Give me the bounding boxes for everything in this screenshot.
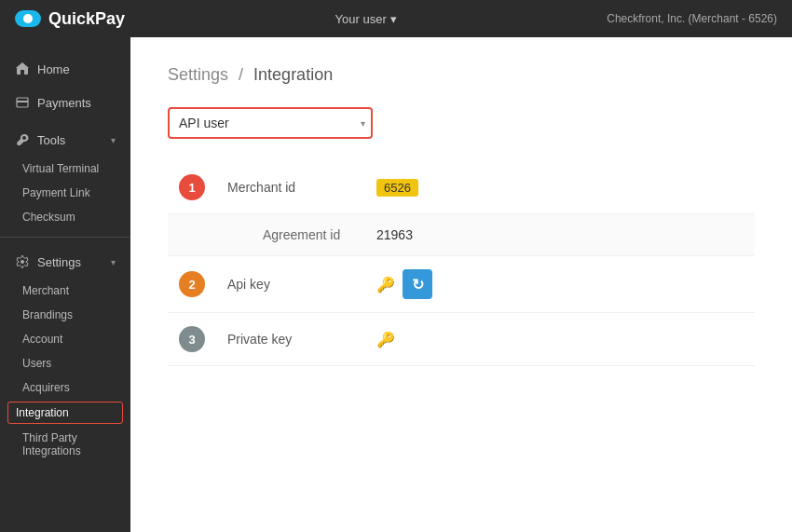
- settings-icon: [15, 254, 30, 269]
- private-key-value: 🔑: [365, 313, 668, 366]
- sidebar-sub-third-party[interactable]: Third Party Integrations: [0, 426, 130, 463]
- brand-name: QuickPay: [48, 9, 125, 29]
- refresh-icon: ↻: [412, 276, 424, 293]
- key-icon: 🔑: [376, 276, 395, 293]
- sidebar-tools-label: Tools: [37, 133, 65, 147]
- sidebar-item-settings[interactable]: Settings ▾: [0, 245, 130, 279]
- sidebar-settings-label: Settings: [37, 255, 81, 269]
- breadcrumb-parent: Settings: [168, 65, 228, 84]
- user-menu[interactable]: Your user ▾: [335, 12, 397, 26]
- breadcrumb-current: Integration: [253, 65, 333, 84]
- breadcrumb-separator: /: [239, 65, 243, 84]
- sidebar-item-payments[interactable]: Payments: [0, 86, 130, 119]
- sidebar: Home Payments Tools ▾ Virtual Terminal P…: [0, 37, 130, 532]
- agreement-id-label: Agreement id: [216, 214, 365, 256]
- private-key-icon: 🔑: [376, 332, 395, 348]
- home-icon: [15, 61, 30, 76]
- sidebar-sub-integration[interactable]: Integration: [7, 402, 123, 424]
- merchant-label: Checkfront, Inc. (Merchant - 6526): [607, 12, 777, 25]
- integration-table: 1 Merchant id 6526 Agreement id 21963: [168, 161, 755, 366]
- svg-marker-1: [16, 62, 29, 68]
- row-number-1: 1: [179, 174, 205, 200]
- table-row: 2 Api key 🔑 ↻: [168, 256, 755, 313]
- chevron-down-icon: ▾: [390, 12, 397, 26]
- table-row: Agreement id 21963: [168, 214, 755, 256]
- sidebar-item-tools[interactable]: Tools ▾: [0, 123, 130, 157]
- tools-chevron-icon: ▾: [111, 135, 116, 145]
- sidebar-sub-merchant[interactable]: Merchant: [0, 279, 130, 303]
- brand: QuickPay: [15, 9, 125, 29]
- sidebar-sub-account[interactable]: Account: [0, 327, 130, 351]
- row-number-2: 2: [179, 271, 205, 297]
- sidebar-item-home[interactable]: Home: [0, 52, 130, 86]
- row-number-3: 3: [179, 326, 205, 352]
- svg-point-5: [20, 260, 24, 264]
- merchant-id-value: 6526: [365, 161, 668, 214]
- content-area: Settings / Integration API user Another …: [130, 37, 792, 394]
- payments-icon: [15, 95, 30, 110]
- sidebar-sub-virtual-terminal[interactable]: Virtual Terminal: [0, 157, 130, 181]
- sidebar-home-label: Home: [37, 62, 70, 76]
- api-key-actions: 🔑 ↻: [376, 269, 657, 299]
- merchant-id-badge: 6526: [376, 179, 418, 197]
- brand-logo: [15, 10, 41, 27]
- sidebar-sub-payment-link[interactable]: Payment Link: [0, 181, 130, 205]
- settings-chevron-icon: ▾: [111, 257, 116, 267]
- tools-icon: [15, 132, 30, 147]
- breadcrumb: Settings / Integration: [168, 65, 755, 85]
- merchant-id-label: Merchant id: [216, 161, 365, 214]
- table-row: 1 Merchant id 6526: [168, 161, 755, 214]
- sidebar-sub-brandings[interactable]: Brandings: [0, 303, 130, 327]
- sidebar-payments-label: Payments: [37, 96, 91, 110]
- main-content: Settings / Integration API user Another …: [130, 37, 792, 532]
- svg-rect-4: [17, 101, 28, 102]
- api-key-label: Api key: [216, 256, 365, 313]
- sidebar-sub-acquirers[interactable]: Acquirers: [0, 375, 130, 400]
- layout: Home Payments Tools ▾ Virtual Terminal P…: [0, 37, 792, 532]
- api-key-value: 🔑 ↻: [365, 256, 668, 313]
- api-user-select-wrapper: API user Another user ▾: [168, 107, 373, 139]
- sidebar-group-settings: Settings ▾ Merchant Brandings Account Us…: [0, 245, 130, 463]
- agreement-id-value: 21963: [365, 214, 668, 256]
- svg-rect-2: [20, 70, 24, 75]
- table-row: 3 Private key 🔑: [168, 313, 755, 366]
- sidebar-sub-checksum[interactable]: Checksum: [0, 205, 130, 229]
- sidebar-sub-users[interactable]: Users: [0, 351, 130, 375]
- refresh-api-key-button[interactable]: ↻: [403, 269, 432, 299]
- user-label: Your user: [335, 12, 387, 26]
- private-key-label: Private key: [216, 313, 365, 366]
- api-user-select[interactable]: API user Another user: [168, 107, 373, 139]
- navbar: QuickPay Your user ▾ Checkfront, Inc. (M…: [0, 0, 792, 37]
- sidebar-divider: [0, 237, 130, 238]
- sidebar-group-tools: Tools ▾ Virtual Terminal Payment Link Ch…: [0, 123, 130, 229]
